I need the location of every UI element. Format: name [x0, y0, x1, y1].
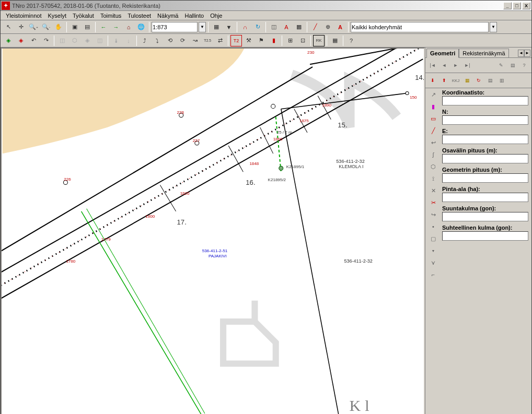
back-icon[interactable]: ← — [98, 21, 109, 33]
dropdown2-icon[interactable]: ▼ — [428, 245, 438, 256]
dropdown-icon[interactable]: ▼ — [223, 21, 235, 33]
curve2-icon[interactable]: ⤵ — [152, 35, 163, 46]
curve4-icon[interactable]: ⟳ — [177, 35, 188, 46]
hook-icon[interactable]: ↪ — [428, 209, 438, 220]
t2-icon[interactable]: T2 — [230, 35, 242, 46]
link-icon[interactable]: ↻ — [473, 75, 484, 86]
rect-icon[interactable]: ▭ — [428, 113, 438, 124]
undo-icon[interactable]: ↶ — [28, 35, 39, 46]
menu-kyselyt[interactable]: Kyselyt — [44, 11, 69, 20]
symbol-icon[interactable]: ⊕ — [322, 21, 333, 33]
arrow-icon[interactable]: ↗ — [428, 89, 438, 100]
kkj-icon[interactable]: KKJ — [450, 75, 461, 86]
input-pinta-ala[interactable] — [442, 193, 528, 202]
grid1-icon[interactable]: ▦ — [462, 75, 472, 86]
cube-red-icon[interactable]: ◈ — [15, 35, 27, 46]
tab-prev-icon[interactable]: ◄ — [518, 50, 524, 57]
palette-icon[interactable]: ▦ — [211, 21, 222, 33]
x-icon[interactable]: ✕ — [428, 185, 438, 196]
grid2-icon[interactable]: ▤ — [485, 75, 495, 86]
tool-b-icon[interactable]: ▤ — [507, 60, 518, 70]
tool-a-icon[interactable]: ✎ — [496, 60, 506, 70]
layers-icon[interactable]: ▤ — [82, 21, 93, 33]
scale-dropdown[interactable]: ▼ — [199, 22, 206, 32]
zoom-in-icon[interactable]: 🔍+ — [28, 21, 39, 33]
font-icon[interactable]: A — [334, 21, 346, 33]
tool-help-icon[interactable]: ? — [519, 60, 529, 70]
ruler-icon[interactable]: ⟟ — [428, 173, 438, 184]
input-osavalin[interactable] — [442, 154, 528, 163]
line-icon[interactable]: ╱ — [309, 21, 321, 33]
menu-tulosteet[interactable]: Tulosteet — [124, 11, 154, 20]
prism2-icon[interactable]: ⬡ — [69, 35, 80, 46]
prism3-icon[interactable]: ◈ — [82, 35, 93, 46]
dl2-icon[interactable]: ⬆ — [439, 75, 449, 86]
menu-hallinto[interactable]: Hallinto — [181, 11, 207, 20]
curve1-icon[interactable]: ⤴ — [139, 35, 151, 46]
pointer-icon[interactable]: ↖ — [3, 21, 14, 33]
menu-toimitus[interactable]: Toimitus — [97, 11, 124, 20]
menu-nakyma[interactable]: Näkymä — [154, 11, 181, 20]
dl1-icon[interactable]: ⬇ — [427, 75, 438, 86]
close-button[interactable]: X — [522, 2, 530, 9]
help-icon[interactable]: ? — [345, 35, 357, 46]
flag-icon[interactable]: ⚑ — [256, 35, 267, 46]
menu-tyokalut[interactable]: Työkalut — [70, 11, 97, 20]
square-icon[interactable]: ▮ — [428, 101, 438, 112]
therm-icon[interactable]: 🌡 — [110, 35, 122, 46]
cube-icon[interactable]: ◫ — [268, 21, 280, 33]
y-icon[interactable]: ⋎ — [428, 257, 438, 268]
scale-input[interactable] — [152, 22, 198, 32]
sq2-icon[interactable]: ▢ — [428, 233, 438, 244]
last-icon[interactable]: ►| — [462, 60, 472, 70]
prism4-icon[interactable]: ◫ — [94, 35, 106, 46]
menu-ohje[interactable]: Ohje — [207, 11, 225, 20]
input-suhteellinen[interactable] — [442, 231, 528, 241]
arrows-icon[interactable]: ⇄ — [214, 35, 226, 46]
prev-icon[interactable]: ◄ — [439, 60, 449, 70]
s-icon[interactable]: ∫ — [428, 149, 438, 160]
maximize-button[interactable]: □ — [513, 2, 521, 9]
book-icon[interactable]: ▮ — [268, 35, 280, 46]
text-a-icon[interactable]: A — [281, 21, 292, 33]
input-koord[interactable] — [442, 96, 528, 105]
layer-dropdown[interactable]: ▼ — [490, 22, 497, 32]
input-n[interactable] — [442, 115, 528, 125]
curve3-icon[interactable]: ⟲ — [164, 35, 176, 46]
scissor-icon[interactable]: ✂ — [428, 197, 438, 208]
crosshair-icon[interactable]: ✛ — [15, 21, 27, 33]
globe-icon[interactable]: 🌐 — [135, 21, 147, 33]
layer-select[interactable] — [351, 22, 489, 32]
tab-next-icon[interactable]: ► — [524, 50, 530, 57]
new-icon[interactable]: ▣ — [69, 21, 80, 33]
t25-icon[interactable]: T2.5 — [202, 35, 213, 46]
magnet-icon[interactable]: ∩ — [239, 21, 251, 33]
corner-icon[interactable]: ⌐ — [428, 269, 438, 280]
tab-geometri[interactable]: Geometri — [426, 49, 459, 58]
home-icon[interactable]: ⌂ — [123, 21, 134, 33]
menu-yleistoiminnot[interactable]: Yleistoiminnot — [3, 11, 44, 20]
curve-icon[interactable]: ↩ — [428, 137, 438, 148]
slash-icon[interactable]: ╱ — [428, 125, 438, 136]
minimize-button[interactable]: _ — [503, 2, 512, 9]
zoom-out-icon[interactable]: 🔍- — [40, 21, 52, 33]
split-h-icon[interactable]: ⊞ — [284, 35, 296, 46]
pan-icon[interactable]: ✋ — [53, 21, 64, 33]
down-icon[interactable]: ↓ — [123, 35, 134, 46]
rk-icon[interactable]: RK — [313, 35, 325, 46]
split-v-icon[interactable]: ⊡ — [297, 35, 308, 46]
pattern-icon[interactable]: ▩ — [293, 21, 305, 33]
dot-icon[interactable]: • — [428, 221, 438, 232]
curve5-icon[interactable]: ↝ — [189, 35, 201, 46]
input-e[interactable] — [442, 135, 528, 144]
tab-rekisteri[interactable]: Rekisterinäkymä — [459, 49, 508, 57]
tool-x-icon[interactable]: ⚒ — [243, 35, 255, 46]
grid3-icon[interactable]: ▥ — [496, 75, 507, 86]
cube-green-icon[interactable]: ◈ — [3, 35, 14, 46]
input-geometrin[interactable] — [442, 173, 528, 183]
map-canvas[interactable]: Kl — [1, 48, 425, 414]
prism1-icon[interactable]: ◫ — [56, 35, 68, 46]
input-suuntakulma[interactable] — [442, 212, 528, 221]
next-icon[interactable]: ► — [450, 60, 461, 70]
redo-icon[interactable]: ↷ — [40, 35, 52, 46]
